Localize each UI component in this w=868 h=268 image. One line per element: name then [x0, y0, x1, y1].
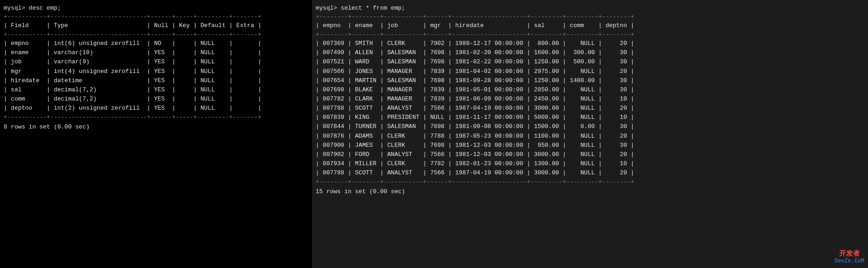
left-panel: mysql> desc emp; +-----------+----------… [0, 0, 312, 268]
table-row: | 007566 | JONES | MANAGER | 7839 | 1981… [316, 67, 864, 76]
table-row: | mgr | int(4) unsigned zerofill | YES |… [4, 67, 308, 76]
right-sep3: +--------+--------+-----------+------+--… [316, 179, 864, 185]
right-prompt: mysql> select * from emp; [316, 5, 864, 11]
table-row: | sal | decimal(7,2) | YES | | NULL | | [4, 85, 308, 95]
table-row: | empno | int(6) unsigned zerofill | NO … [4, 39, 308, 48]
right-panel: mysql> select * from emp; +--------+----… [312, 0, 868, 268]
left-sep1: +-----------+---------------------------… [4, 13, 308, 20]
table-row: | 007654 | MARTIN | SALESMAN | 7698 | 19… [316, 76, 864, 85]
left-sep2: +-----------+---------------------------… [4, 31, 308, 38]
table-row: | deptno | int(2) unsigned zerofill | YE… [4, 104, 308, 113]
left-table-body: | empno | int(6) unsigned zerofill | NO … [4, 39, 308, 113]
right-table-body: | 007369 | SMITH | CLERK | 7902 | 1980-1… [316, 39, 864, 178]
table-row: | 007499 | ALLEN | SALESMAN | 7698 | 198… [316, 48, 864, 57]
table-row: | 007902 | FORD | ANALYST | 7566 | 1981-… [316, 150, 864, 159]
table-row: | ename | varchar(10) | YES | | NULL | | [4, 48, 308, 57]
table-row: | hiredate | datetime | YES | | NULL | | [4, 76, 308, 85]
table-row: | 007788 | SCOTT | ANALYST | 7566 | 1987… [316, 104, 864, 113]
right-sep2: +--------+--------+-----------+------+--… [316, 31, 864, 38]
right-header: | empno | ename | job | mgr | hiredate |… [316, 21, 864, 30]
table-row: | 007698 | BLAKE | MANAGER | 7839 | 1981… [316, 85, 864, 95]
table-row: | 007839 | KING | PRESIDENT | NULL | 198… [316, 113, 864, 122]
watermark-top-text: 开发者 [835, 249, 864, 258]
left-prompt: mysql> desc emp; [4, 5, 308, 11]
table-row: | 007900 | JAMES | CLERK | 7698 | 1981-1… [316, 141, 864, 150]
table-row: | 007521 | WARD | SALESMAN | 7698 | 1981… [316, 57, 864, 67]
table-row: | 007844 | TURNER | SALESMAN | 7698 | 19… [316, 122, 864, 131]
left-footer: 8 rows in set (0.00 sec) [4, 123, 308, 130]
table-row: | 007876 | ADAMS | CLERK | 7788 | 1987-0… [316, 132, 864, 141]
right-sep1: +--------+--------+-----------+------+--… [316, 13, 864, 20]
left-header: | Field | Type | Null | Key | Default | … [4, 21, 308, 30]
table-row: | 007782 | CLARK | MANAGER | 7839 | 1981… [316, 95, 864, 104]
table-row: | 007934 | MILLER | CLERK | 7782 | 1982-… [316, 159, 864, 168]
table-row: | 007788 | SCOTT | ANALYST | 7566 | 1987… [316, 168, 864, 178]
left-sep3: +-----------+---------------------------… [4, 114, 308, 121]
watermark: 开发者 DevZe.CoM [835, 249, 864, 264]
table-row: | comm | decimal(7,2) | YES | | NULL | | [4, 95, 308, 104]
right-footer: 15 rows in set (0.00 sec) [316, 188, 864, 195]
table-row: | job | varchar(9) | YES | | NULL | | [4, 57, 308, 67]
table-row: | 007369 | SMITH | CLERK | 7902 | 1980-1… [316, 39, 864, 48]
watermark-bottom-text: DevZe.CoM [835, 258, 864, 264]
